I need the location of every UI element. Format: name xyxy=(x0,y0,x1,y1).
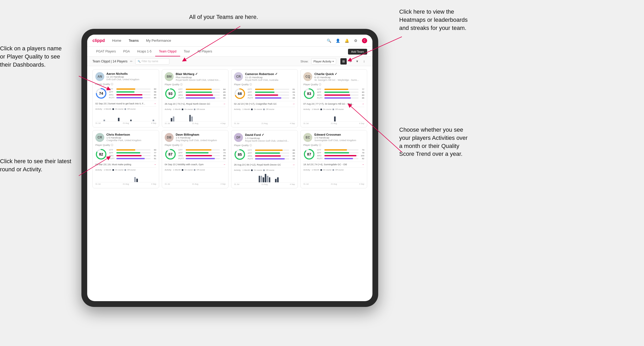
latest-round[interactable]: 02 Sep 23 | Sunset round to get back int… xyxy=(95,101,156,105)
quality-number: 68 xyxy=(238,92,242,96)
annotation-right-bottom: Choose whether you see your players Acti… xyxy=(399,126,468,158)
quality-circle[interactable]: 87 xyxy=(165,148,176,160)
activity-section: Activity · 1 Month On course Off course … xyxy=(165,107,226,125)
player-card[interactable]: DF David Ford ✓ 1-5 Handicap Royal North… xyxy=(231,130,298,188)
latest-round-text: 26 Aug 23 | 84 (+12), Royal North Devon … xyxy=(234,163,291,166)
view-icons: ⊞ ≡ ▼ ↕ xyxy=(340,58,367,65)
show-select[interactable]: Player Activity ▾ xyxy=(311,58,336,65)
player-name[interactable]: Charlie Quick ✓ xyxy=(314,72,364,76)
quality-bars: OTT 60 APP 77 ARG 81 PUTT 91 xyxy=(109,149,156,160)
quality-bars: OTT 60 APP 58 ARG 84 PUTT 85 xyxy=(109,88,156,99)
latest-round[interactable]: 18 Jul 23 | 74 (+4), Sunningdale GC - Ol… xyxy=(303,162,364,166)
player-card[interactable]: CR Cameron Robertson ✓ 11-15 Handicap Ro… xyxy=(231,69,298,127)
filter-icon[interactable]: ▼ xyxy=(354,58,360,65)
activity-dates: 31 Jul21 Aug4 Sep xyxy=(234,122,295,125)
latest-round-arrow: → xyxy=(154,163,156,166)
player-name[interactable]: Blair McHarg ✓ xyxy=(176,72,226,76)
grid-view-icon[interactable]: ⊞ xyxy=(340,58,347,65)
activity-chart xyxy=(95,172,156,182)
latest-round-text: 18 Jul 23 | 74 (+4), Sunningdale GC - Ol… xyxy=(303,163,361,166)
player-card[interactable]: CQ Charlie Quick ✓ 6-10 Handicap St. Geo… xyxy=(300,69,367,127)
nav-item-teams[interactable]: Teams xyxy=(129,39,139,42)
search-icon[interactable]: 🔍 xyxy=(326,38,331,43)
player-name[interactable]: Aaron Nicholls xyxy=(106,72,156,75)
player-name[interactable]: Cameron Robertson ✓ xyxy=(245,72,295,76)
quality-circle[interactable]: 93 xyxy=(165,88,176,99)
activity-dates: 31 Jul21 Aug4 Sep xyxy=(303,122,364,125)
player-card[interactable]: EC Edward Crossman 1-5 Handicap Sunningd… xyxy=(300,130,367,188)
annotation-top-center: All of your Teams are here. xyxy=(189,13,258,21)
latest-round[interactable]: 04 Sep 23 | Mobility with coach, Gym → xyxy=(165,162,226,166)
nav-bar: clippd Home Teams My Performance 🔍 👤 🔔 ⚙… xyxy=(87,35,372,47)
quality-circle[interactable]: 87 xyxy=(303,148,315,160)
tab-pgat[interactable]: PGAT Players xyxy=(92,47,120,56)
nav-item-performance[interactable]: My Performance xyxy=(146,39,171,42)
sort-icon[interactable]: ↕ xyxy=(361,58,367,65)
quality-section[interactable]: 74 OTT 60 APP 58 ARG 84 xyxy=(95,88,156,99)
nav-item-home[interactable]: Home xyxy=(112,39,121,42)
quality-label: Player Quality ⓘ xyxy=(234,144,295,147)
quality-number: 74 xyxy=(99,91,103,95)
latest-round[interactable]: 02 Jul 23 | 59 (+17), Craigmillar Park G… xyxy=(234,101,295,105)
tab-all-players[interactable]: All Players xyxy=(194,47,216,56)
player-club: St. George's Hill GC - Weybridge - Surre… xyxy=(314,79,364,81)
player-info: Aaron Nicholls 11-15 Handicap Drift Golf… xyxy=(106,72,156,81)
quality-circle[interactable]: 85 xyxy=(234,149,246,160)
quality-section[interactable]: 87 OTT 73 APP 79 ARG 103 xyxy=(303,148,364,160)
player-card[interactable]: BM Blair McHarg ✓ Plus Handicap Royal No… xyxy=(162,69,228,127)
player-handicap: 1-5 Handicap xyxy=(245,137,295,140)
tab-tour[interactable]: Tour xyxy=(180,47,194,56)
avatar: BM xyxy=(165,72,174,81)
avatar: DF xyxy=(234,133,243,142)
search-input[interactable]: 🔍 Filter by name xyxy=(135,58,169,65)
activity-section: Activity · 1 Month On course Off course … xyxy=(95,167,156,185)
quality-section[interactable]: 93 OTT 84 APP 85 ARG 88 xyxy=(165,88,226,99)
quality-label: Player Quality ⓘ xyxy=(165,83,226,86)
tab-hcaps[interactable]: Hcaps 1-5 xyxy=(133,47,155,56)
latest-round[interactable]: 26 Aug 23 | 84 (+12), Royal North Devon … xyxy=(234,162,295,166)
quality-bars: OTT 82 APP 74 ARG 85 PUTT 94 xyxy=(178,149,226,160)
latest-round-arrow: → xyxy=(223,102,226,105)
quality-circle[interactable]: 74 xyxy=(95,88,107,99)
user-icon[interactable]: 👤 xyxy=(335,38,340,43)
nav-logo: clippd xyxy=(92,38,105,43)
quality-number: 83 xyxy=(307,92,311,96)
player-card[interactable]: DB Dave Billingham 1-5 Handicap Sog Magi… xyxy=(162,130,228,188)
quality-section[interactable]: 83 OTT 77 APP 80 ARG 83 xyxy=(303,88,364,99)
quality-section[interactable]: 68 OTT 61 APP 63 ARG 75 xyxy=(234,88,295,99)
toolbar: Team Clippd | 14 Players ✏ 🔍 Filter by n… xyxy=(87,57,372,66)
nav-icons: 🔍 👤 🔔 ⚙ C xyxy=(326,38,367,43)
quality-label: Player Quality ⓘ xyxy=(165,143,226,147)
activity-section: Activity · 1 Month On course Off course … xyxy=(234,107,295,125)
quality-section[interactable]: 87 OTT 82 APP 74 ARG 85 xyxy=(165,148,226,160)
activity-section: Activity · 1 Month On course Off course … xyxy=(303,107,364,125)
activity-section: Activity · 1 Month On course Off course … xyxy=(95,107,156,124)
activity-section: Activity · 1 Month On course Off course … xyxy=(165,167,226,185)
avatar-icon[interactable]: C xyxy=(362,38,367,43)
edit-icon[interactable]: ✏ xyxy=(130,60,133,63)
quality-circle[interactable]: 83 xyxy=(303,88,315,99)
tab-team-clippd[interactable]: Team Clippd xyxy=(155,47,180,56)
ipad-frame: clippd Home Teams My Performance 🔍 👤 🔔 ⚙… xyxy=(81,29,378,307)
player-info: Charlie Quick ✓ 6-10 Handicap St. George… xyxy=(314,72,364,81)
quality-circle[interactable]: 82 xyxy=(95,148,107,160)
bell-icon[interactable]: 🔔 xyxy=(344,38,349,43)
quality-section[interactable]: 82 OTT 60 APP 77 ARG 81 xyxy=(95,148,156,160)
player-card[interactable]: AN Aaron Nicholls 11-15 Handicap Drift G… xyxy=(92,69,159,127)
player-name[interactable]: Edward Crossman xyxy=(314,133,364,136)
quality-section[interactable]: 85 OTT 89 APP 80 ARG 83 xyxy=(234,149,295,160)
latest-round-text: 02 Jul 23 | 59 (+17), Craigmillar Park G… xyxy=(234,103,291,105)
tab-bar: PGAT Players PGA Hcaps 1-5 Team Clippd T… xyxy=(87,47,372,57)
latest-round[interactable]: 03 Mar 23 | 19, Must make putting → xyxy=(95,162,156,166)
settings-icon[interactable]: ⚙ xyxy=(353,38,358,43)
list-view-icon[interactable]: ≡ xyxy=(347,58,354,65)
player-card[interactable]: CR Chris Robertson 1-5 Handicap Craigmil… xyxy=(92,130,159,188)
player-name[interactable]: Chris Robertson xyxy=(106,133,156,136)
latest-round[interactable]: 26 Aug 23 | 73 (+1), Royal North Devon G… xyxy=(165,101,226,105)
quality-circle[interactable]: 68 xyxy=(234,88,246,99)
add-team-button[interactable]: Add Team xyxy=(348,49,367,55)
player-name[interactable]: David Ford ✓ xyxy=(245,133,295,137)
latest-round[interactable]: 07 Aug 23 | 77 (+7), St George's Hill GC… xyxy=(303,101,364,105)
player-name[interactable]: Dave Billingham xyxy=(176,133,226,136)
tab-pga[interactable]: PGA xyxy=(120,47,133,56)
